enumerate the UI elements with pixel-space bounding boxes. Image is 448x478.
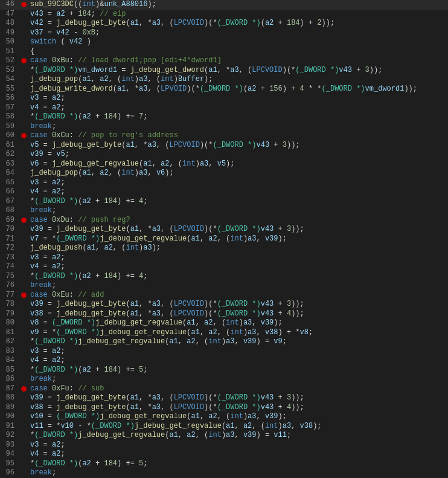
- code-text: case 0xCu: // pop to reg's address: [28, 131, 448, 141]
- code-text: *(_DWORD *)vm_dword1 = j_debug_get_dword…: [28, 66, 448, 76]
- line-number: 62: [0, 150, 19, 160]
- line-number: 90: [0, 412, 19, 422]
- code-text: case 0xBu: // load dword1;pop [edi+4*dwo…: [28, 56, 448, 66]
- code-line: 50switch ( v42 ): [0, 37, 448, 47]
- code-text: v10 = (_DWORD *)j_debug_get_regvalue(a1,…: [28, 412, 448, 422]
- code-line: 55 j_debug_write_dword(a1, *a3, (LPVOID)…: [0, 85, 448, 94]
- code-text: break;: [28, 468, 448, 478]
- code-line: 67 *(_DWORD *)(a2 + 184) += 4;: [0, 197, 448, 207]
- code-line: 46sub_99C3DC((int)&unk_A88016);: [0, 0, 448, 10]
- line-number: 70: [0, 225, 19, 234]
- line-number: 56: [0, 94, 19, 103]
- line-number: 65: [0, 178, 19, 188]
- line-number: 88: [0, 393, 19, 403]
- code-line: 68 break;: [0, 206, 448, 216]
- line-number: 72: [0, 244, 19, 253]
- code-line: 74 v4 = a2;: [0, 262, 448, 272]
- code-line: 94 v4 = a2;: [0, 450, 448, 459]
- code-line: 70 v39 = j_debug_get_byte(a1, *a3, (LPCV…: [0, 225, 448, 234]
- code-text: v3 = a2;: [28, 347, 448, 357]
- code-text: *(_DWORD *)(a2 + 184) += 4;: [28, 197, 448, 207]
- code-line: 52 case 0xBu: // load dword1;pop [edi+4*…: [0, 56, 448, 66]
- code-line: 64 j_debug_pop(a1, a2, (int)a3, v6);: [0, 169, 448, 178]
- code-text: *(_DWORD *)(a2 + 184) += 5;: [28, 366, 448, 375]
- line-number: 58: [0, 112, 19, 122]
- code-text: j_debug_pop(a1, a2, (int)a3, v6);: [28, 169, 448, 178]
- line-number: 91: [0, 422, 19, 431]
- code-line: 72 j_debug_push(a1, a2, (int)a3);: [0, 244, 448, 253]
- line-number: 67: [0, 197, 19, 207]
- code-text: v3 = a2;: [28, 253, 448, 263]
- line-number: 81: [0, 328, 19, 338]
- code-text: j_debug_push(a1, a2, (int)a3);: [28, 244, 448, 253]
- code-text: v4 = a2;: [28, 262, 448, 272]
- line-number: 60: [0, 131, 19, 141]
- line-number: 55: [0, 85, 19, 94]
- breakpoint-area[interactable]: [19, 386, 28, 392]
- code-line: 66 v4 = a2;: [0, 187, 448, 197]
- line-number: 68: [0, 206, 19, 216]
- code-text: break;: [28, 281, 448, 291]
- code-line: 47v43 = a2 + 184; // eip: [0, 10, 448, 19]
- code-text: j_debug_write_dword(a1, *a3, (LPVOID)(*(…: [28, 85, 448, 94]
- breakpoint-area[interactable]: [19, 133, 28, 138]
- line-number: 48: [0, 19, 19, 28]
- code-line: 61 v5 = j_debug_get_byte(a1, *a3, (LPCVO…: [0, 141, 448, 150]
- code-text: j_debug_pop(a1, a2, (int)a3, (int)Buffer…: [28, 75, 448, 85]
- code-text: v6 = j_debug_get_regvalue(a1, a2, (int)a…: [28, 160, 448, 169]
- code-line: 80 v8 = (_DWORD *)j_debug_get_regvalue(a…: [0, 318, 448, 328]
- code-line: 89 v38 = j_debug_get_byte(a1, *a3, (LPCV…: [0, 403, 448, 413]
- line-number: 92: [0, 431, 19, 441]
- line-number: 75: [0, 272, 19, 282]
- code-text: v7 = *(_DWORD *)j_debug_get_regvalue(a1,…: [28, 234, 448, 244]
- code-text: v37 = v42 - 0xB;: [28, 28, 448, 38]
- breakpoint-dot: [21, 133, 27, 138]
- code-line: 77 case 0xEu: // add: [0, 291, 448, 300]
- code-line: 87 case 0xFu: // sub: [0, 384, 448, 394]
- breakpoint-dot: [21, 386, 27, 392]
- code-text: v3 = a2;: [28, 441, 448, 450]
- breakpoint-area[interactable]: [19, 2, 28, 7]
- line-number: 96: [0, 468, 19, 478]
- code-line: 96 break;: [0, 468, 448, 478]
- line-number: 79: [0, 309, 19, 319]
- breakpoint-area[interactable]: [19, 292, 28, 298]
- breakpoint-area[interactable]: [19, 218, 28, 223]
- code-text: v4 = a2;: [28, 356, 448, 366]
- code-line: 78 v39 = j_debug_get_byte(a1, *a3, (LPCV…: [0, 300, 448, 309]
- code-line: 79 v38 = j_debug_get_byte(a1, *a3, (LPCV…: [0, 309, 448, 319]
- code-line: 82 *(_DWORD *)j_debug_get_regvalue(a1, a…: [0, 337, 448, 347]
- line-number: 71: [0, 234, 19, 244]
- code-line: 71 v7 = *(_DWORD *)j_debug_get_regvalue(…: [0, 234, 448, 244]
- code-line: 85 *(_DWORD *)(a2 + 184) += 5;: [0, 366, 448, 375]
- breakpoint-dot: [21, 2, 27, 7]
- code-line: 49v37 = v42 - 0xB;: [0, 28, 448, 38]
- code-line: 84 v4 = a2;: [0, 356, 448, 366]
- code-text: switch ( v42 ): [28, 37, 448, 47]
- line-number: 49: [0, 28, 19, 38]
- code-text: *(_DWORD *)(a2 + 184) += 4;: [28, 272, 448, 282]
- line-number: 73: [0, 253, 19, 263]
- code-editor: 46sub_99C3DC((int)&unk_A88016);47v43 = a…: [0, 0, 448, 478]
- code-line: 73 v3 = a2;: [0, 253, 448, 263]
- code-line: 59 break;: [0, 122, 448, 132]
- code-line: 63 v6 = j_debug_get_regvalue(a1, a2, (in…: [0, 160, 448, 169]
- code-line: 92 *(_DWORD *)j_debug_get_regvalue(a1, a…: [0, 431, 448, 441]
- code-line: 54 j_debug_pop(a1, a2, (int)a3, (int)Buf…: [0, 75, 448, 85]
- line-number: 76: [0, 281, 19, 291]
- code-text: v4 = a2;: [28, 187, 448, 197]
- breakpoint-area[interactable]: [19, 58, 28, 63]
- code-line: 88 v39 = j_debug_get_byte(a1, *a3, (LPCV…: [0, 393, 448, 403]
- code-text: case 0xFu: // sub: [28, 384, 448, 394]
- code-text: case 0xEu: // add: [28, 291, 448, 300]
- code-text: break;: [28, 206, 448, 216]
- code-text: v42 = j_debug_get_byte(a1, *a3, (LPCVOID…: [28, 19, 448, 28]
- line-number: 46: [0, 0, 19, 10]
- code-text: v11 = *v10 - *(_DWORD *)j_debug_get_regv…: [28, 422, 448, 431]
- code-text: v4 = a2;: [28, 103, 448, 113]
- line-number: 77: [0, 291, 19, 300]
- code-text: v9 = *(_DWORD *)j_debug_get_regvalue(a1,…: [28, 328, 448, 338]
- code-text: v39 = j_debug_get_byte(a1, *a3, (LPCVOID…: [28, 225, 448, 234]
- line-number: 64: [0, 169, 19, 178]
- line-number: 63: [0, 160, 19, 169]
